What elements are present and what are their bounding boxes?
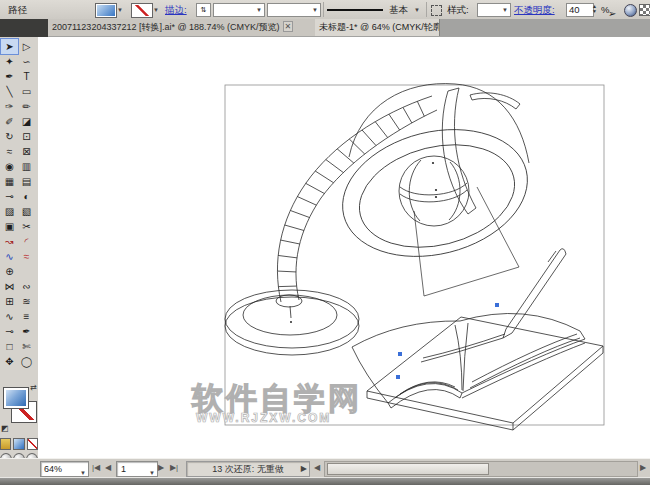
page-icon: ⊕ — [5, 266, 13, 277]
swap-fill-stroke-icon[interactable]: ⇄ — [30, 383, 37, 392]
stroke-weight-combo[interactable]: ▼ — [213, 3, 265, 17]
symbol-sprayer-tool[interactable]: ◉ — [1, 159, 18, 174]
open-book — [352, 313, 585, 408]
measure-tool[interactable]: ⊸ — [1, 324, 18, 339]
shear-tool[interactable]: ∾ — [18, 279, 35, 294]
document-canvas[interactable]: 软件自学网 WWW.RJZXW.COM — [38, 37, 650, 458]
opacity-stepper[interactable]: ▲▼ — [592, 4, 597, 14]
pencil-tool[interactable]: ✏ — [18, 99, 35, 114]
selected-object-label: 路径 — [8, 0, 27, 19]
gradient-tool[interactable]: ▤ — [18, 174, 35, 189]
page-number-combo[interactable]: 1▼ — [116, 461, 158, 477]
fill-color-swatch[interactable] — [95, 3, 117, 18]
fill-stroke-indicator: ⇄ ◩ — [0, 383, 38, 435]
horizontal-scrollbar[interactable] — [324, 461, 638, 477]
stacked-graph-tool[interactable]: ≡ — [18, 309, 35, 324]
fill-dropdown-caret[interactable]: ▼ — [117, 7, 123, 13]
variable-width-combo[interactable]: ▼ — [267, 3, 321, 17]
prev-page-button[interactable]: ◀ — [103, 461, 113, 475]
stroke-weight-stepper[interactable]: ⇅ — [196, 3, 211, 17]
page-tool[interactable]: ⊕ — [1, 264, 18, 279]
grid-tool[interactable]: ⊞ — [1, 294, 18, 309]
next-page-button[interactable]: ▶ — [156, 461, 166, 475]
brush-definition-value[interactable]: 基本 — [389, 0, 408, 19]
zigzag-blue-tool[interactable]: ∿ — [1, 249, 18, 264]
magic-wand-tool[interactable]: ✦ — [1, 54, 18, 69]
stroke-none-swatch[interactable] — [131, 3, 153, 18]
knife-tool[interactable]: ✄ — [18, 339, 35, 354]
smooth-red-icon: ↝ — [5, 236, 13, 247]
color-mode-button[interactable] — [0, 438, 11, 450]
tab-1-close-icon[interactable]: ✕ — [283, 21, 294, 32]
gradient-mode-button[interactable] — [13, 438, 24, 450]
blend-tool[interactable]: ◐ — [18, 189, 35, 204]
wave-red-icon: ≈ — [24, 251, 30, 262]
smooth-tool[interactable]: ✐ — [1, 114, 18, 129]
rotate-tool[interactable]: ↻ — [1, 129, 18, 144]
wave-red-tool[interactable]: ≈ — [18, 249, 35, 264]
stroke-panel-link[interactable]: 描边: — [165, 0, 187, 19]
free-transform-tool[interactable]: ⊠ — [18, 144, 35, 159]
hand-tool[interactable]: ✥ — [1, 354, 18, 369]
smooth-icon: ✐ — [5, 116, 13, 127]
scale-tool[interactable]: ⊡ — [18, 129, 35, 144]
reshape-tool[interactable]: ⋈ — [1, 279, 18, 294]
arc-red-tool[interactable]: ◜ — [18, 234, 35, 249]
live-paint-bucket-tool[interactable]: ▨ — [1, 204, 18, 219]
zoom-level-combo[interactable]: 64%▼ — [40, 461, 89, 477]
live-paint-selection-tool[interactable]: ▧ — [18, 204, 35, 219]
line-segment-tool[interactable]: ╲ — [1, 84, 18, 99]
document-tab-2[interactable]: 未标题-1* @ 64% (CMYK/轮廓)✕ — [315, 19, 440, 36]
brush-options-icon[interactable] — [431, 5, 442, 16]
type-tool[interactable]: T — [18, 69, 35, 84]
gooseneck-rib — [417, 101, 424, 116]
warp-tool[interactable]: ≈ — [1, 144, 18, 159]
hscroll-left-button[interactable]: ◀ — [312, 461, 322, 475]
warp-icon: ≈ — [7, 146, 13, 157]
smooth-red-tool[interactable]: ↝ — [1, 234, 18, 249]
opacity-panel-link[interactable]: 不透明度: — [514, 0, 555, 19]
direct-selection-tool[interactable]: ▷ — [18, 39, 35, 54]
gooseneck-rib — [285, 225, 304, 230]
mesh-tool[interactable]: ▦ — [1, 174, 18, 189]
crop-area-tool[interactable]: ▣ — [1, 219, 18, 234]
artboard-tool[interactable]: □ — [1, 339, 18, 354]
control-bar: 路径 ▼ ▼ 描边: ⇅ ▼ ▼ 基本 ▼ 样式: ▼ 不透明度: 40 ▲▼ … — [0, 0, 650, 20]
hscroll-right-button[interactable]: ▶ — [638, 461, 648, 475]
ink-tool[interactable]: ✒ — [18, 324, 35, 339]
eyedropper-tool[interactable]: ⊸ — [1, 189, 18, 204]
pen-tool[interactable]: ✒ — [1, 69, 18, 84]
ripple-tool[interactable]: ≋ — [18, 294, 35, 309]
last-page-button[interactable]: ▶| — [168, 461, 180, 475]
eraser-tool[interactable]: ◪ — [18, 114, 35, 129]
stroke-dropdown-caret[interactable]: ▼ — [153, 7, 159, 13]
rectangle-tool[interactable]: ▭ — [18, 84, 35, 99]
selection-tool[interactable]: ➤ — [1, 39, 18, 54]
wrinkle-tool[interactable]: ∿ — [1, 309, 18, 324]
gooseneck-rib — [290, 210, 309, 217]
graphic-style-combo[interactable]: ▼ — [477, 3, 511, 17]
lasso-tool[interactable]: ∽ — [18, 54, 35, 69]
measure-icon: ⊸ — [5, 326, 13, 337]
recolor-artwork-icon[interactable] — [624, 4, 637, 17]
document-tab-1[interactable]: 20071123204337212 [转换].ai* @ 188.74% (CM… — [48, 19, 319, 36]
default-fill-stroke-icon[interactable]: ◩ — [1, 424, 9, 433]
window-bottom-edge — [0, 477, 650, 485]
gooseneck-rib — [277, 271, 296, 272]
slice-tool[interactable]: ✂ — [18, 219, 35, 234]
status-flyout-icon[interactable]: ▶ — [301, 462, 307, 476]
hscroll-thumb[interactable] — [327, 463, 489, 475]
fill-indicator-gradient[interactable] — [3, 387, 29, 409]
paintbrush-tool[interactable]: ✑ — [1, 99, 18, 114]
opacity-value-field[interactable]: 40 — [566, 3, 594, 17]
status-info-field[interactable]: 13 次还原: 无重做▶ — [186, 461, 310, 477]
none-mode-button[interactable] — [27, 438, 38, 450]
column-graph-tool[interactable]: ▥ — [18, 159, 35, 174]
hand-icon: ✥ — [5, 356, 13, 367]
arc-red-icon: ◜ — [25, 236, 29, 247]
gooseneck-rib — [362, 130, 376, 146]
zoom-tool[interactable]: ◯ — [18, 354, 35, 369]
align-options-icon[interactable] — [639, 4, 650, 16]
first-page-button[interactable]: |◀ — [90, 461, 102, 475]
brush-definition-caret[interactable]: ▼ — [414, 7, 420, 13]
